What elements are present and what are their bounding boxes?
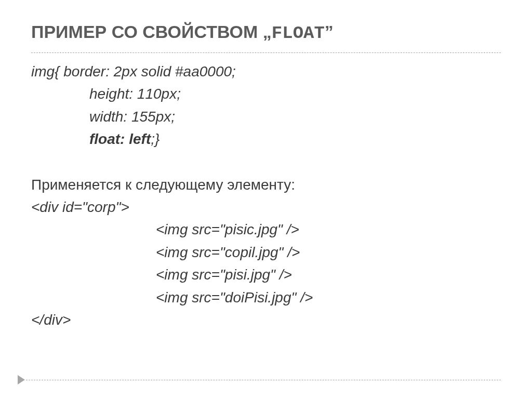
css-line-3: width: 155px; <box>31 105 501 128</box>
title-code: FLOAT <box>272 23 325 43</box>
html-close: </div> <box>31 309 501 331</box>
slide: ПРИМЕР СО СВОЙСТВОМ „FLOAT” img{ border:… <box>0 0 532 399</box>
css-line-4b: ;} <box>151 131 159 147</box>
footer-rule <box>26 380 501 380</box>
title-suffix: ” <box>325 22 334 42</box>
title-prefix: ПРИМЕР СО СВОЙСТВОМ „ <box>31 22 272 42</box>
html-img-3: <img src="pisi.jpg" /> <box>31 263 501 286</box>
css-line-4: float: left;} <box>31 128 501 150</box>
slide-content: img{ border: 2px solid #aa0000; height: … <box>31 60 501 331</box>
css-line-2: height: 110px; <box>31 83 501 105</box>
page-marker-icon <box>18 375 25 384</box>
html-img-2: <img src="copil.jpg" /> <box>31 241 501 263</box>
css-line-4a: float: left <box>89 131 151 147</box>
slide-title: ПРИМЕР СО СВОЙСТВОМ „FLOAT” <box>31 22 501 43</box>
css-line-1b: border: 2px solid #aa0000; <box>63 63 236 79</box>
html-img-1: <img src="pisic.jpg" /> <box>31 218 501 241</box>
applies-text: Применяется к следующему элементу: <box>31 174 501 196</box>
title-underline <box>31 52 501 53</box>
spacer <box>31 151 501 174</box>
html-open: <div id="corp"> <box>31 196 501 218</box>
html-img-4: <img src="doiPisi.jpg" /> <box>31 286 501 309</box>
css-line-1a: img{ <box>31 63 63 79</box>
css-line-1: img{ border: 2px solid #aa0000; <box>31 60 501 83</box>
